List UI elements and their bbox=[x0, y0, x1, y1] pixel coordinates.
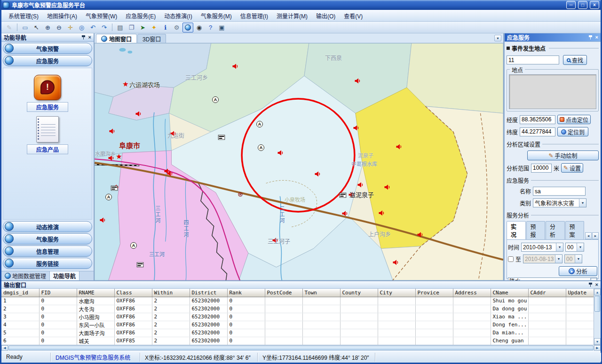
speaker-marker[interactable] bbox=[393, 260, 399, 266]
shortcut-label[interactable]: 应急服务 bbox=[27, 102, 68, 112]
table-row[interactable]: 10水磨沟OXFF8626523020000Shui mo gou bbox=[1, 297, 594, 305]
back-extent-tool[interactable]: ↶ bbox=[87, 23, 98, 32]
manual-draw-button[interactable]: 手动绘制 bbox=[527, 150, 599, 160]
station-marker[interactable]: A bbox=[258, 144, 264, 151]
column-header[interactable]: Rank bbox=[227, 289, 265, 297]
speaker-marker[interactable] bbox=[379, 210, 385, 216]
longitude-input[interactable] bbox=[520, 115, 555, 124]
menu-item[interactable]: 地图操作(A) bbox=[43, 10, 81, 22]
service-type-combo[interactable]: 气象和洪水灾害 bbox=[533, 198, 586, 207]
column-header[interactable]: District bbox=[190, 289, 227, 297]
pointer-tool[interactable]: ↖ bbox=[31, 23, 42, 32]
minimize-button[interactable]: ─ bbox=[566, 1, 576, 9]
restore-button[interactable]: □ bbox=[578, 1, 587, 9]
pin-icon[interactable] bbox=[588, 35, 593, 40]
close-icon[interactable]: × bbox=[88, 35, 91, 40]
column-header[interactable]: RNAME bbox=[77, 289, 114, 297]
speaker-marker[interactable] bbox=[167, 171, 173, 177]
column-header[interactable]: CAddr bbox=[528, 289, 566, 297]
scroll-down-icon[interactable] bbox=[594, 338, 601, 345]
latitude-input[interactable] bbox=[520, 127, 555, 136]
left-panel-tab[interactable]: 地图数据管理 bbox=[1, 271, 50, 280]
menu-item[interactable]: 查看(V) bbox=[340, 10, 367, 22]
analysis-tab[interactable]: 预案 bbox=[565, 221, 585, 239]
analysis-tab[interactable]: 实况 bbox=[507, 221, 526, 239]
analysis-tab[interactable]: 预报 bbox=[526, 221, 546, 239]
chevron-down-icon[interactable] bbox=[579, 199, 586, 207]
menu-item[interactable]: 测量计算(M) bbox=[272, 10, 312, 22]
speaker-marker[interactable] bbox=[417, 232, 423, 238]
analyze-button[interactable]: 分析 bbox=[559, 266, 597, 276]
end-date-combo[interactable]: 2010-08-13 bbox=[523, 254, 562, 263]
full-extent-tool[interactable]: ◎ bbox=[76, 23, 87, 32]
speaker-marker[interactable] bbox=[342, 211, 348, 217]
scroll-thumb[interactable] bbox=[594, 296, 600, 312]
table-row[interactable]: 50大面场子沟OXFF8626523020000Da mian... bbox=[1, 329, 594, 337]
flag-marker[interactable] bbox=[137, 262, 144, 268]
nav-button[interactable]: 气象预警 bbox=[3, 43, 92, 54]
tab-scroll-right-icon[interactable] bbox=[592, 232, 599, 239]
speaker-marker[interactable] bbox=[384, 184, 390, 190]
product-icon[interactable] bbox=[36, 116, 59, 142]
flag-marker[interactable] bbox=[111, 186, 118, 191]
station-marker[interactable]: A bbox=[256, 121, 263, 127]
identify-tool[interactable]: ℹ bbox=[160, 23, 171, 32]
column-header[interactable]: dmgis_id bbox=[1, 289, 39, 297]
flag-marker[interactable] bbox=[340, 193, 347, 198]
column-header[interactable]: Within bbox=[152, 289, 190, 297]
column-header[interactable]: Update bbox=[566, 289, 594, 297]
settings-tool[interactable]: ⚙ bbox=[171, 23, 182, 32]
table-row[interactable]: 60城关OXFF8526523020000Cheng guan bbox=[1, 337, 594, 345]
edit-tool[interactable]: ✎ bbox=[4, 23, 15, 32]
export-map-tool[interactable]: ▣ bbox=[216, 23, 227, 32]
forward-extent-tool[interactable]: ↷ bbox=[99, 23, 110, 32]
speaker-marker[interactable] bbox=[277, 150, 284, 156]
speaker-marker[interactable] bbox=[396, 144, 402, 150]
chevron-down-icon[interactable] bbox=[555, 255, 562, 263]
click-locate-button[interactable]: 点击定位 bbox=[557, 115, 591, 124]
map-canvas[interactable]: AAAAA★★⊛六运湖农场三工河乡下西泉阜康市九运街泥泉子中葛根水库滋泥泉子小泉… bbox=[95, 43, 503, 280]
service-name-input[interactable] bbox=[533, 187, 586, 196]
speaker-marker[interactable] bbox=[357, 182, 364, 188]
scroll-right-icon[interactable] bbox=[594, 345, 601, 351]
column-header[interactable]: Address bbox=[453, 289, 491, 297]
find-button[interactable]: 查找 bbox=[563, 55, 587, 65]
column-header[interactable]: Town bbox=[302, 289, 340, 297]
event-location-input[interactable] bbox=[507, 55, 559, 64]
column-header[interactable]: PostCode bbox=[265, 289, 302, 297]
table-row[interactable]: 30小马圈沟OXFF8626523020000Xiao ma ... bbox=[1, 313, 594, 321]
tab-map-window[interactable]: 地图窗口 bbox=[96, 34, 137, 43]
scroll-up-icon[interactable] bbox=[594, 289, 601, 295]
range-input[interactable] bbox=[531, 164, 552, 173]
copy-map-tool[interactable]: ❐ bbox=[126, 23, 137, 32]
scroll-thumb[interactable] bbox=[8, 346, 594, 350]
menu-item[interactable]: 信息管理(I) bbox=[236, 10, 272, 22]
shortcut-label[interactable]: 应急产品 bbox=[27, 144, 68, 154]
menu-item[interactable]: 应急服务(E) bbox=[121, 10, 160, 22]
table-row[interactable]: 20大冬沟OXFF8626523020000Da dong gou bbox=[1, 305, 594, 313]
station-marker[interactable]: A bbox=[130, 242, 137, 249]
menu-item[interactable]: 气象预警(W) bbox=[81, 10, 121, 22]
column-header[interactable]: CName bbox=[491, 289, 528, 297]
speaker-marker[interactable] bbox=[232, 63, 238, 70]
chevron-down-icon[interactable] bbox=[556, 243, 563, 251]
attribute-table-tool[interactable]: ▤ bbox=[115, 23, 126, 32]
tab-scroll-left-icon[interactable] bbox=[585, 232, 592, 239]
chevron-down-icon[interactable] bbox=[575, 255, 582, 263]
nav-button[interactable]: 气象服务 bbox=[3, 233, 92, 245]
output-vscrollbar[interactable] bbox=[594, 289, 601, 345]
speaker-marker[interactable] bbox=[315, 171, 321, 177]
help-tool[interactable]: ? bbox=[205, 23, 216, 32]
select-features-tool[interactable]: ▭ bbox=[20, 23, 31, 32]
start-hour-combo[interactable]: 00 bbox=[565, 243, 584, 252]
menu-item[interactable]: 系统管理(S) bbox=[4, 10, 43, 22]
speaker-marker[interactable] bbox=[109, 128, 115, 135]
speaker-marker[interactable] bbox=[135, 111, 142, 117]
speaker-marker[interactable] bbox=[100, 217, 106, 223]
pan-tool[interactable]: ✛ bbox=[65, 23, 76, 32]
left-panel-tab[interactable]: 功能导航 bbox=[50, 271, 79, 280]
pin-icon[interactable] bbox=[81, 35, 86, 40]
menu-item[interactable]: 动态推演(I) bbox=[160, 10, 196, 22]
flag-marker[interactable] bbox=[218, 135, 225, 140]
nav-button[interactable]: 服务链接 bbox=[3, 258, 92, 269]
